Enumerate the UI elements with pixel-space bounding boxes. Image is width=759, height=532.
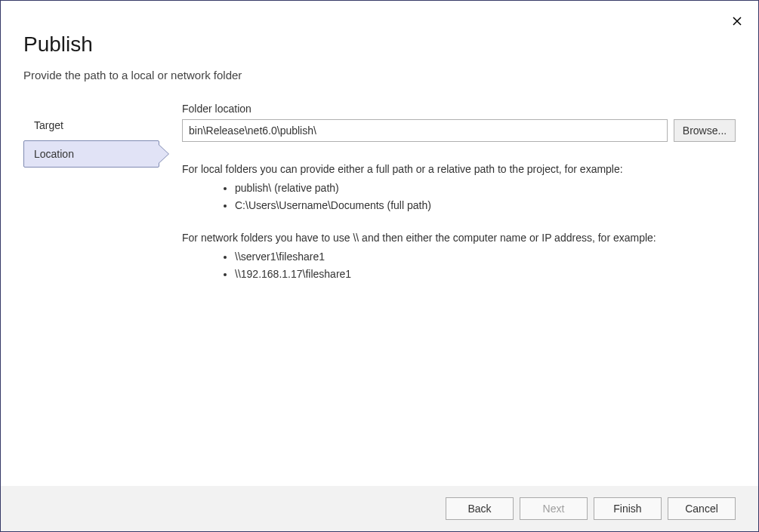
page-subtitle: Provide the path to a local or network f… — [23, 69, 736, 81]
cancel-button[interactable]: Cancel — [668, 497, 736, 520]
finish-button[interactable]: Finish — [594, 497, 662, 520]
dialog-footer: Back Next Finish Cancel — [1, 486, 758, 531]
help-local-example: publish\ (relative path) — [235, 180, 736, 196]
help-local-example: C:\Users\Username\Documents (full path) — [235, 198, 736, 214]
folder-location-label: Folder location — [182, 103, 736, 115]
wizard-sidebar: Target Location — [23, 103, 159, 299]
sidebar-item-location[interactable]: Location — [23, 140, 159, 168]
back-button[interactable]: Back — [446, 497, 514, 520]
wizard-content: Folder location Browse... For local fold… — [159, 103, 736, 299]
sidebar-item-label: Location — [34, 148, 74, 160]
page-title: Publish — [23, 32, 736, 57]
help-local-folders: For local folders you can provide either… — [182, 161, 736, 214]
browse-button[interactable]: Browse... — [674, 119, 736, 142]
sidebar-item-target[interactable]: Target — [23, 112, 159, 139]
sidebar-item-label: Target — [34, 119, 63, 131]
help-network-example: \\192.168.1.17\fileshare1 — [235, 266, 736, 282]
help-network-example: \\server1\fileshare1 — [235, 249, 736, 265]
help-network-folders: For network folders you have to use \\ a… — [182, 230, 736, 282]
help-local-intro: For local folders you can provide either… — [182, 161, 736, 177]
next-button: Next — [520, 497, 588, 520]
close-icon[interactable] — [731, 14, 743, 29]
folder-location-input[interactable] — [182, 119, 668, 142]
help-network-intro: For network folders you have to use \\ a… — [182, 230, 736, 246]
dialog-header: Publish Provide the path to a local or n… — [1, 1, 758, 97]
